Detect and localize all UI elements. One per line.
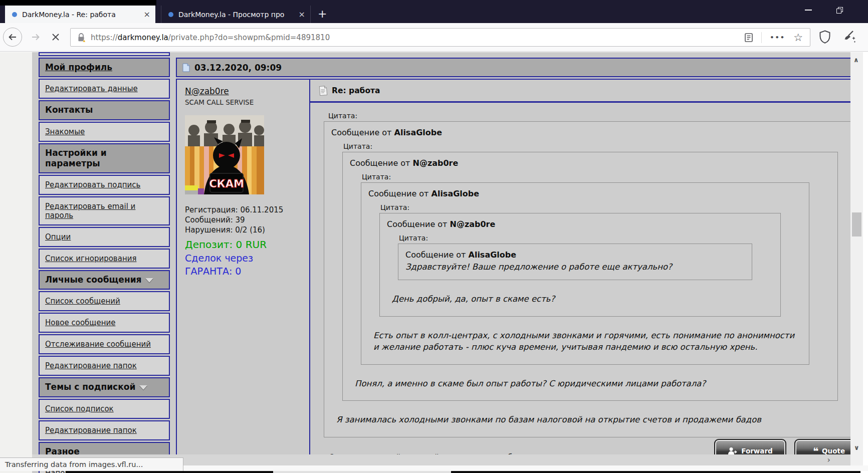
quote-author-name: AlisaGlobe xyxy=(394,128,443,137)
scroll-up-icon[interactable]: ∧ xyxy=(853,56,859,64)
window-minimize-button[interactable] xyxy=(797,0,820,20)
sidebar-label: Редактировать данные xyxy=(45,84,138,93)
window-right-margin xyxy=(863,52,868,473)
sidebar-item-редактировать-данные[interactable]: Редактировать данные xyxy=(39,79,170,99)
scroll-down-icon[interactable]: ∨ xyxy=(854,444,859,451)
quote-author-line: Сообщение от N@zab0re xyxy=(387,219,773,229)
shield-extension-icon[interactable] xyxy=(819,30,831,44)
sidebar-label: Контакты xyxy=(45,105,93,115)
new-tab-button[interactable]: + xyxy=(318,7,327,21)
back-arrow-icon xyxy=(8,33,17,41)
sidebar-item-редактирование-папок[interactable]: Редактирование папок xyxy=(39,356,170,376)
sidebar-item-знакомые[interactable]: Знакомые xyxy=(39,122,170,142)
message-date: 03.12.2020, 09:09 xyxy=(194,63,282,73)
sidebar-label: Редактирование папок xyxy=(45,361,137,370)
tab-active[interactable]: DarkMoney.la - Re: работа × xyxy=(5,6,155,23)
sidebar-label: Настройки и параметры xyxy=(45,148,107,168)
broom-cleaner-icon[interactable] xyxy=(842,29,857,44)
message-body: Цитата: Сообщение от AlisaGlobeЦитата:Со… xyxy=(310,103,850,462)
tab-favicon-icon xyxy=(168,12,173,17)
vertical-scrollbar[interactable]: ∧ ∨ xyxy=(850,52,863,465)
back-button[interactable] xyxy=(3,28,22,47)
chevron-down-icon[interactable] xyxy=(139,385,147,390)
quote-reply-text: День добрый, да, опыт в скаме есть? xyxy=(392,293,769,305)
sidebar-item-редактировать-подпись[interactable]: Редактировать подпись xyxy=(39,175,170,195)
sidebar-menu: Мой профильРедактировать данныеКонтактыЗ… xyxy=(39,52,170,473)
url-text: https://darkmoney.la/private.php?do=show… xyxy=(91,33,744,42)
sidebar-item-список-подписок[interactable]: Список подписок xyxy=(39,399,170,419)
sidebar-item-отслеживание-сообщений[interactable]: Отслеживание сообщений xyxy=(39,334,170,354)
quote-marks-icon: ❝ xyxy=(813,448,818,453)
quote-box: Сообщение от N@zab0reЦитата:Сообщение от… xyxy=(379,213,781,317)
sidebar-label: Темы с подпиской xyxy=(45,382,135,392)
bookmark-star-icon[interactable]: ☆ xyxy=(793,33,803,43)
quote-box: Сообщение от N@zab0reЦитата:Сообщение от… xyxy=(342,152,838,401)
scrollbar-thumb[interactable] xyxy=(852,212,861,237)
sidebar-label: Новое сообщение xyxy=(45,318,115,327)
reader-mode-icon[interactable] xyxy=(744,33,753,42)
sidebar-label: Опции xyxy=(45,232,71,242)
sidebar-header-мой-профиль[interactable]: Мой профиль xyxy=(39,58,170,77)
scroll-right-icon[interactable]: › xyxy=(827,455,830,464)
stop-x-icon xyxy=(52,33,60,41)
quote-label: Цитата: xyxy=(380,203,802,211)
sidebar-item-редактировать-email-и-пароль[interactable]: Редактировать email и пароль xyxy=(39,196,170,225)
sidebar-item-опции[interactable]: Опции xyxy=(39,227,170,247)
sidebar-header-настройки-и-параметры[interactable]: Настройки и параметры xyxy=(39,143,170,174)
avatar-sign-text: СКАМ xyxy=(209,178,244,190)
tab-title: DarkMoney.la - Просмотр про xyxy=(178,11,295,19)
quote-label: Цитата: xyxy=(362,173,830,181)
sidebar-header-темы-с-подпиской[interactable]: Темы с подпиской xyxy=(39,377,170,397)
username-link[interactable]: N@zab0re xyxy=(185,86,229,96)
sidebar-label: Список подписок xyxy=(45,404,114,413)
stop-loading-button[interactable] xyxy=(46,28,65,47)
status-tooltip: Transferring data from images.vfl.ru... xyxy=(0,457,183,471)
sidebar-item-список-сообщений[interactable]: Список сообщений xyxy=(39,291,170,311)
user-deposit: Депозит: 0 RUR xyxy=(185,239,301,251)
quote-author-line: Сообщение от N@zab0re xyxy=(350,158,830,168)
quote-root: Сообщение от AlisaGlobeЦитата:Сообщение … xyxy=(324,121,850,437)
page-left-margin xyxy=(0,52,32,473)
url-bar[interactable]: https://darkmoney.la/private.php?do=show… xyxy=(70,28,810,47)
sidebar-label: Редактировать подпись xyxy=(45,180,140,189)
message-doc-icon xyxy=(182,63,190,72)
quote-box: Сообщение от AlisaGlobeЦитата:Сообщение … xyxy=(361,182,809,365)
quote-author-line: Сообщение от AlisaGlobe xyxy=(331,128,850,137)
tab-close-icon[interactable]: × xyxy=(144,10,150,19)
page-actions-icon[interactable]: ••• xyxy=(770,34,785,41)
quote-reply-text: Я занималась холодными звонками по базам… xyxy=(336,414,850,425)
tab-close-icon[interactable]: × xyxy=(299,10,305,19)
tab-inactive[interactable]: DarkMoney.la - Просмотр про × xyxy=(161,6,311,23)
quote-author-line: Сообщение от AlisaGlobe xyxy=(405,250,745,260)
page-viewport: Мой профильРедактировать данныеКонтактыЗ… xyxy=(0,52,868,473)
forward-button[interactable] xyxy=(26,28,45,47)
quote-box: Сообщение от AlisaGlobeЦитата:Сообщение … xyxy=(324,121,850,437)
chevron-down-icon[interactable] xyxy=(145,278,153,283)
sidebar-header-личные-сообщения[interactable]: Личные сообщения xyxy=(39,270,170,290)
sidebar-label: Личные сообщения xyxy=(45,275,141,285)
urlbar-separator xyxy=(761,32,762,43)
quote-author-name: N@zab0re xyxy=(450,219,496,229)
post-user-column: N@zab0re SCAM CALL SERVISE xyxy=(177,80,310,468)
sidebar-label: Редактирование папок xyxy=(45,426,137,435)
sidebar-header-контакты[interactable]: Контакты xyxy=(39,100,170,120)
taskbar-edge xyxy=(66,471,273,473)
sidebar-label: Редактировать email и пароль xyxy=(45,202,135,220)
taskbar-edge xyxy=(451,471,860,473)
quote-text: Здравствуйте! Ваше предложение о работе … xyxy=(405,261,745,273)
window-restore-button[interactable] xyxy=(828,0,851,20)
guarantor-deals[interactable]: Сделок через ГАРАНТА: 0 xyxy=(185,252,301,278)
forward-arrow-icon xyxy=(31,33,40,41)
tab-bar: DarkMoney.la - Re: работа × DarkMoney.la… xyxy=(0,0,868,23)
sidebar-label: Список сообщений xyxy=(45,297,120,306)
sidebar-item-новое-сообщение[interactable]: Новое сообщение xyxy=(39,313,170,333)
post-message-column: Re: работа Цитата: Сообщение от AlisaGlo… xyxy=(310,80,850,468)
tab-favicon-icon xyxy=(12,12,17,17)
sidebar-item-список-игнорирования[interactable]: Список игнорирования xyxy=(39,249,170,269)
taskbar-edge xyxy=(273,471,451,473)
sidebar-label: Мой профиль xyxy=(45,62,112,72)
quote-author-line: Сообщение от AlisaGlobe xyxy=(368,189,802,198)
user-stat-line: Регистрация: 06.11.2015 xyxy=(185,205,301,215)
sidebar-item-редактирование-папок[interactable]: Редактирование папок xyxy=(39,420,170,440)
message-date-bar: 03.12.2020, 09:09 xyxy=(176,58,850,77)
